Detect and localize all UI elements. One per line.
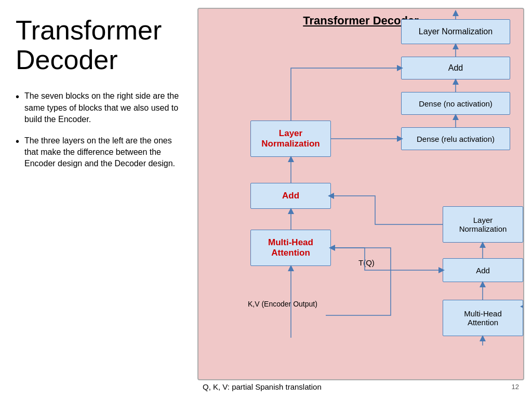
bullet-list: The seven blocks on the right side are t… — [16, 90, 182, 179]
box-layer-norm-mid: Layer Normalization — [250, 121, 331, 157]
box-add-top: Add — [401, 57, 510, 79]
main-title: Transformer Decoder — [16, 16, 182, 75]
box-add-right: Add — [443, 258, 523, 282]
bullet-item-1: The seven blocks on the right side are t… — [16, 90, 182, 125]
box-multi-head-right: Multi-Head Attention — [443, 300, 523, 336]
left-panel: Transformer Decoder The seven blocks on … — [0, 0, 192, 399]
label-tq: T(Q) — [358, 258, 375, 267]
diagram-outer: Transformer Decoder Layer Normalization … — [197, 8, 524, 380]
box-dense-no-act: Dense (no activation) — [401, 92, 510, 115]
label-kv-encoder: K,V (Encoder Output) — [248, 300, 317, 308]
box-add-mid: Add — [250, 183, 331, 209]
bullet-item-2: The three layers on the left are the one… — [16, 135, 182, 170]
page-number: 12 — [512, 383, 519, 391]
box-multi-head-left: Multi-Head Attention — [250, 230, 331, 266]
box-dense-relu: Dense (relu activation) — [401, 127, 510, 150]
caption: Q, K, V: partial Spanish translation 12 — [197, 380, 524, 391]
caption-text: Q, K, V: partial Spanish translation — [203, 382, 322, 391]
box-layer-norm-top: Layer Normalization — [401, 19, 510, 44]
right-panel: Transformer Decoder Layer Normalization … — [192, 0, 532, 399]
box-layer-norm-right: Layer Normalization — [443, 206, 523, 243]
